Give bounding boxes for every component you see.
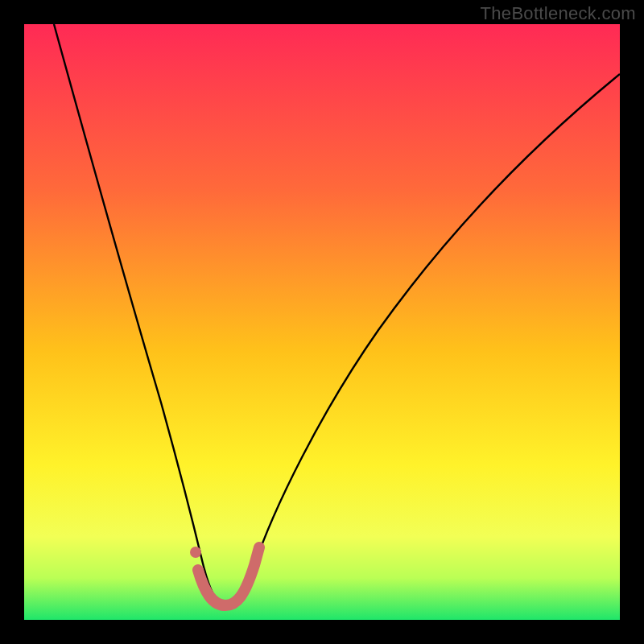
watermark-text: TheBottleneck.com <box>481 3 636 24</box>
gradient-background <box>24 24 620 620</box>
bottleneck-chart <box>24 24 620 620</box>
plot-frame <box>24 24 620 620</box>
highlight-dot <box>190 547 201 558</box>
